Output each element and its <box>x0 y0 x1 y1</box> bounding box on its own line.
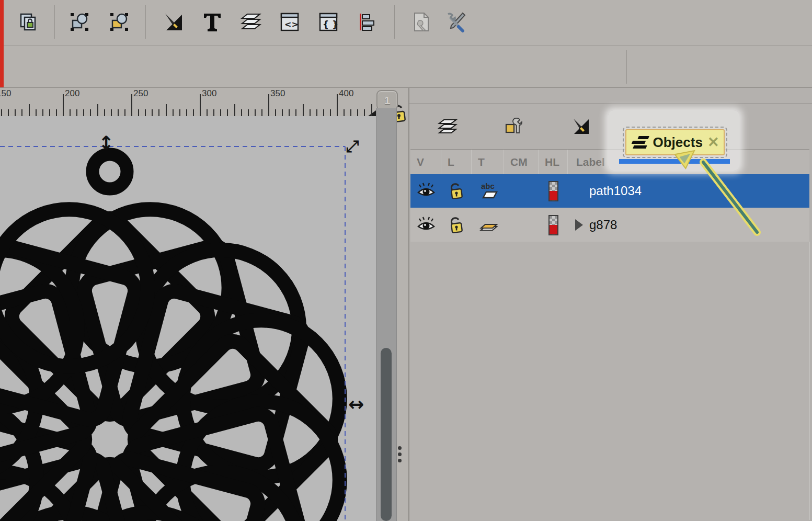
toolbar-separator <box>54 5 55 39</box>
ruler-tick <box>111 109 112 116</box>
column-lock: L <box>441 150 472 174</box>
scale-handle-vertical[interactable]: ↕ <box>98 132 114 154</box>
ruler-tick <box>350 109 351 116</box>
column-visibility: V <box>410 150 441 174</box>
ruler-tick-label: 150 <box>0 88 11 99</box>
ruler-tick <box>76 109 77 116</box>
selector-tool-controls: 305 − + Y: 11.827 − + W: 92.159 − + H: 9… <box>0 46 812 88</box>
page-number: 1 <box>384 94 391 107</box>
ruler-tick <box>261 109 262 116</box>
type-path-icon: abc <box>472 182 504 200</box>
object-row-g878[interactable]: g878 <box>410 208 809 242</box>
group-icon[interactable] <box>67 3 92 41</box>
ruler-tick <box>173 109 174 116</box>
ruler-tick <box>90 109 91 116</box>
ruler-tick <box>330 109 331 116</box>
panel-resize-grip[interactable] <box>397 446 402 467</box>
text-dialog-icon[interactable] <box>200 3 225 41</box>
close-icon[interactable]: ✕ <box>707 134 719 151</box>
object-label-text: path1034 <box>589 184 642 198</box>
ruler-tick-label: 350 <box>270 88 285 99</box>
canvas[interactable]: ↕ ⤢ ↔ <box>0 116 376 521</box>
ruler-tick <box>56 109 57 116</box>
objects-tab-label: Objects <box>653 134 703 151</box>
scale-handle-diagonal[interactable]: ⤢ <box>346 137 359 155</box>
toolbar-separator <box>394 5 395 39</box>
ruler-tick <box>158 109 159 116</box>
xml-editor-icon[interactable]: <> <box>277 3 302 41</box>
vertical-scrollbar[interactable] <box>376 108 397 521</box>
ruler-tick-label: 300 <box>202 88 216 99</box>
ruler-tick <box>207 109 208 116</box>
ruler-tick <box>36 109 37 116</box>
highlight-swatch[interactable] <box>539 215 568 235</box>
tab-layers[interactable] <box>436 115 459 138</box>
ruler-tick <box>371 104 372 116</box>
ruler-tick <box>145 109 146 116</box>
object-properties-icon[interactable]: { } <box>316 3 341 41</box>
svg-text:<>: <> <box>284 19 299 29</box>
ruler-tick <box>357 109 358 116</box>
ruler-tick <box>241 109 242 116</box>
object-row-path1034[interactable]: abc path1034 <box>410 174 809 208</box>
unlock-icon[interactable] <box>441 181 472 201</box>
ruler-tick <box>289 109 290 116</box>
ruler-tick <box>282 109 283 116</box>
toolbar-separator <box>145 5 146 39</box>
align-distribute-icon[interactable] <box>354 3 380 41</box>
svg-text:{ }: { } <box>323 19 338 30</box>
type-group-icon <box>472 217 504 233</box>
ruler-tick <box>1 109 2 116</box>
object-label-text: g878 <box>589 218 617 232</box>
column-clip-mask: CM <box>504 150 539 174</box>
eye-icon[interactable] <box>410 183 441 199</box>
fill-stroke-icon[interactable] <box>161 3 186 41</box>
preferences-icon[interactable] <box>444 3 470 41</box>
objects-list-empty-area[interactable] <box>410 242 810 520</box>
duplicate-icon[interactable] <box>16 3 41 41</box>
page-button[interactable]: 1 <box>376 90 398 110</box>
ruler-tick <box>275 109 276 116</box>
layers-dialog-icon[interactable] <box>238 3 264 41</box>
ruler-tick <box>337 94 338 116</box>
column-highlight: HL <box>539 150 568 174</box>
ruler-tick <box>234 104 235 116</box>
ruler-tick <box>83 109 84 116</box>
scrollbar-thumb[interactable] <box>381 348 392 521</box>
document-properties-icon[interactable] <box>409 3 434 41</box>
ruler-tick <box>49 109 50 116</box>
ruler-tick <box>8 109 9 116</box>
highlight-swatch[interactable] <box>539 181 568 201</box>
eye-icon[interactable] <box>410 217 441 233</box>
tab-objects-active[interactable]: Objects ✕ <box>623 127 727 158</box>
ruler-tick <box>21 109 22 116</box>
ruler-tick <box>364 109 365 116</box>
ruler-tick-label: 200 <box>65 88 79 99</box>
ruler-tick <box>63 94 64 116</box>
ruler-tick <box>295 109 296 116</box>
ruler-tick <box>268 94 269 116</box>
ruler-tick <box>29 104 30 116</box>
column-type: T <box>472 150 504 174</box>
scale-handle-horizontal[interactable]: ↔ <box>348 393 364 415</box>
dialog-tabbar: Objects ✕ <box>409 104 812 149</box>
ungroup-icon[interactable] <box>107 3 132 41</box>
object-label[interactable]: g878 <box>568 218 809 232</box>
unlock-icon[interactable] <box>441 215 472 235</box>
ruler-tick-label: 250 <box>133 88 148 99</box>
ruler-tick <box>186 109 187 116</box>
ruler-tick <box>179 109 180 116</box>
mandala-drawing <box>0 154 340 521</box>
svg-text:abc: abc <box>481 182 495 190</box>
ruler-tick <box>316 109 317 116</box>
tab-fill-stroke[interactable] <box>570 115 593 138</box>
tab-object-properties[interactable] <box>503 115 526 138</box>
ruler-tick <box>193 109 194 116</box>
ruler-tick <box>70 109 71 116</box>
object-label[interactable]: path1034 <box>568 184 809 198</box>
ruler-tick <box>118 109 119 116</box>
expander-icon[interactable] <box>575 219 583 231</box>
toolbar-separator <box>626 50 627 84</box>
horizontal-ruler[interactable]: 150200250300350400 <box>0 88 375 118</box>
ruler-tick <box>97 104 98 116</box>
